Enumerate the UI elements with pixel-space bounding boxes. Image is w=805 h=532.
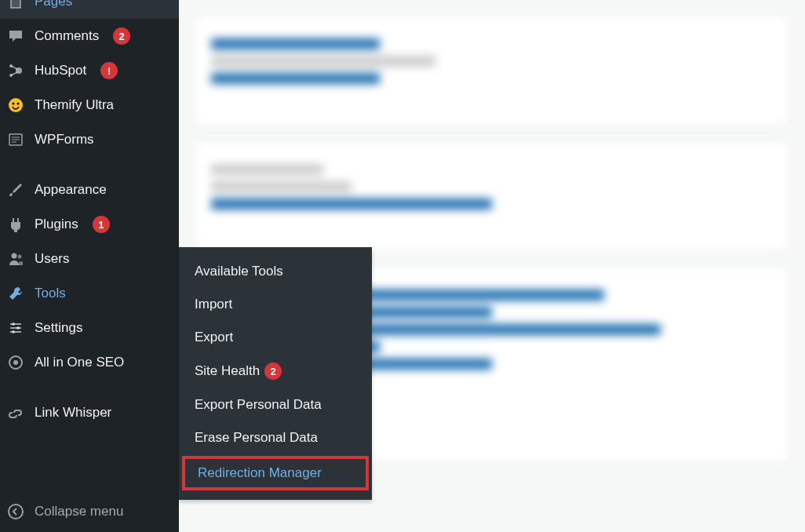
admin-sidebar: PagesComments2HubSpot!Themify UltraWPFor… [0, 0, 179, 532]
sidebar-item-label: HubSpot [35, 63, 86, 78]
svg-point-19 [9, 505, 23, 519]
sidebar-item-appearance[interactable]: Appearance [0, 173, 179, 207]
submenu-item-redirection-manager[interactable]: Redirection Manager [182, 456, 369, 490]
submenu-item-label: Export Personal Data [195, 397, 322, 413]
submenu-item-erase-personal-data[interactable]: Erase Personal Data [179, 421, 372, 454]
sidebar-item-themify-ultra[interactable]: Themify Ultra [0, 88, 179, 122]
submenu-item-label: Erase Personal Data [195, 430, 318, 446]
themify-icon [6, 96, 25, 115]
notification-badge: ! [100, 62, 118, 79]
sidebar-item-link-whisper[interactable]: Link Whisper [0, 395, 179, 430]
submenu-item-export-personal-data[interactable]: Export Personal Data [179, 388, 372, 421]
plugin-icon [6, 215, 25, 234]
sidebar-item-comments[interactable]: Comments2 [0, 19, 179, 53]
collapse-menu-button[interactable]: Collapse menu [0, 494, 179, 529]
sidebar-item-label: Users [35, 251, 169, 267]
sidebar-item-label: Themify Ultra [35, 97, 169, 113]
submenu-item-label: Export [195, 330, 233, 345]
sidebar-item-label: Link Whisper [35, 405, 169, 421]
submenu-item-import[interactable]: Import [179, 288, 372, 321]
notification-badge: 2 [264, 363, 282, 380]
wrench-icon [6, 284, 25, 303]
svg-point-17 [12, 330, 15, 333]
svg-point-16 [16, 326, 20, 330]
svg-point-10 [12, 253, 17, 259]
sidebar-item-users[interactable]: Users [0, 242, 179, 276]
notification-badge: 2 [113, 27, 130, 45]
users-icon [6, 250, 25, 268]
linkwhisper-icon [6, 403, 25, 422]
submenu-item-site-health[interactable]: Site Health2 [179, 354, 372, 388]
pages-icon [6, 0, 25, 11]
sidebar-item-label: Appearance [35, 182, 169, 198]
settings-icon [6, 319, 25, 337]
svg-point-11 [18, 255, 22, 259]
seo-icon [6, 353, 25, 372]
svg-point-4 [13, 103, 15, 105]
sidebar-item-settings[interactable]: Settings [0, 311, 179, 345]
tools-submenu: Available ToolsImportExportSite Health2E… [179, 247, 372, 500]
hubspot-icon [6, 61, 25, 80]
sidebar-item-label: Comments [35, 28, 99, 44]
sidebar-item-label: Tools [35, 286, 169, 301]
submenu-item-label: Redirection Manager [198, 465, 322, 481]
svg-point-5 [17, 103, 20, 105]
sidebar-item-plugins[interactable]: Plugins1 [0, 207, 179, 242]
wpforms-icon [6, 130, 25, 149]
collapse-label: Collapse menu [35, 504, 123, 519]
sidebar-item-label: Pages [35, 0, 169, 9]
sidebar-item-tools[interactable]: Tools [0, 276, 179, 311]
notification-badge: 1 [93, 216, 110, 233]
submenu-item-label: Site Health [195, 363, 260, 379]
submenu-item-available-tools[interactable]: Available Tools [179, 255, 372, 288]
sidebar-item-pages[interactable]: Pages [0, 0, 179, 19]
sidebar-item-label: Settings [35, 320, 169, 336]
submenu-item-export[interactable]: Export [179, 321, 372, 354]
sidebar-item-hubspot[interactable]: HubSpot! [0, 53, 179, 88]
sidebar-item-label: WPForms [35, 132, 169, 148]
sidebar-item-wpforms[interactable]: WPForms [0, 122, 179, 157]
brush-icon [6, 180, 25, 199]
svg-point-18 [13, 360, 18, 365]
svg-point-15 [12, 322, 15, 326]
submenu-item-label: Available Tools [195, 264, 283, 279]
collapse-icon [6, 502, 25, 521]
menu-separator [0, 380, 179, 395]
sidebar-item-label: Plugins [35, 217, 78, 232]
comment-icon [6, 27, 25, 46]
submenu-item-label: Import [195, 297, 232, 312]
menu-separator [0, 157, 179, 173]
sidebar-item-label: All in One SEO [35, 355, 169, 370]
sidebar-item-all-in-one-seo[interactable]: All in One SEO [0, 345, 179, 380]
svg-point-3 [9, 98, 23, 112]
